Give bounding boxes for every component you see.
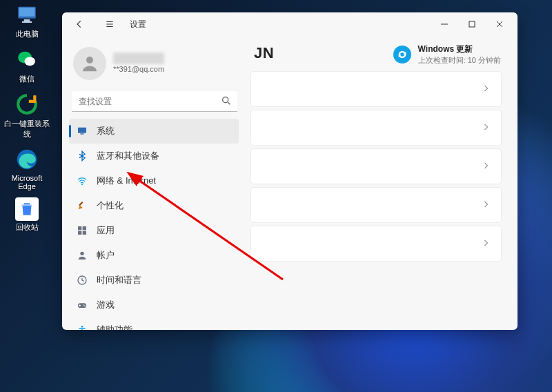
sidebar-item-gaming[interactable]: 游戏 — [69, 293, 239, 317]
wechat-icon — [14, 46, 40, 72]
maximize-button[interactable] — [458, 14, 486, 35]
svg-point-11 — [223, 97, 228, 103]
chevron-right-icon — [482, 199, 490, 211]
svg-rect-2 — [24, 19, 30, 21]
desktop-icon-wechat[interactable]: 微信 — [3, 46, 51, 84]
account-email: **391@qq.com — [113, 64, 164, 74]
svg-rect-3 — [22, 21, 32, 23]
sidebar-item-accessibility[interactable]: 辅助功能 — [69, 317, 239, 330]
svg-rect-18 — [78, 231, 81, 235]
settings-row[interactable] — [251, 188, 501, 222]
sidebar-item-label: 应用 — [97, 224, 115, 237]
sidebar-item-label: 时间和语言 — [97, 274, 141, 286]
accessibility-icon — [76, 324, 88, 330]
bluetooth-icon — [76, 150, 88, 162]
sidebar: ████ **391@qq.com 系统蓝牙和其他设备网络 & Internet… — [62, 36, 247, 330]
desktop-icon-label: Microsoft Edge — [3, 174, 51, 190]
windows-update-card[interactable]: Windows 更新 上次检查时间: 10 分钟前 — [393, 44, 501, 65]
sidebar-item-account[interactable]: 帐户 — [69, 243, 239, 268]
account-name: ████ — [113, 52, 164, 64]
menu-button[interactable] — [99, 14, 120, 35]
svg-rect-1 — [19, 8, 35, 17]
svg-rect-13 — [80, 133, 83, 134]
sidebar-item-label: 辅助功能 — [97, 324, 132, 330]
svg-point-24 — [84, 306, 86, 307]
chevron-right-icon — [482, 83, 490, 95]
app-title: 设置 — [130, 19, 146, 30]
recycle-bin-icon — [15, 197, 39, 221]
chevron-right-icon — [482, 237, 490, 250]
svg-rect-15 — [79, 202, 83, 206]
svg-rect-7 — [24, 203, 30, 204]
desktop-icon-label: 回收站 — [16, 222, 39, 233]
reinstall-icon — [14, 91, 40, 117]
edge-icon — [14, 146, 40, 173]
settings-row[interactable] — [251, 110, 501, 145]
sidebar-item-time[interactable]: 时间和语言 — [69, 268, 239, 293]
desktop-icon-label: 此电脑 — [16, 29, 39, 39]
chevron-right-icon — [482, 121, 490, 134]
svg-point-25 — [81, 326, 83, 328]
svg-point-20 — [80, 252, 83, 255]
search-input[interactable] — [72, 91, 237, 112]
content: JN Windows 更新 上次检查时间: 10 分钟前 — [247, 36, 518, 330]
page-title: JN — [254, 44, 274, 62]
svg-rect-16 — [78, 226, 81, 230]
svg-point-5 — [24, 57, 35, 66]
settings-rows — [247, 72, 511, 261]
time-icon — [76, 274, 88, 286]
nav-list: 系统蓝牙和其他设备网络 & Internet个性化应用帐户时间和语言游戏辅助功能 — [69, 119, 240, 330]
sidebar-item-personalize[interactable]: 个性化 — [69, 193, 239, 218]
svg-point-23 — [83, 304, 85, 306]
avatar — [73, 47, 106, 80]
sidebar-item-label: 游戏 — [97, 299, 115, 311]
sidebar-item-label: 系统 — [97, 125, 115, 137]
account-icon — [76, 249, 88, 262]
desktop-icon-label: 微信 — [19, 74, 34, 84]
desktop-icon-reinstall[interactable]: 白一键重装系统 — [3, 91, 51, 139]
svg-point-10 — [86, 57, 93, 63]
sidebar-item-bluetooth[interactable]: 蓝牙和其他设备 — [69, 144, 239, 168]
svg-point-14 — [81, 184, 83, 185]
desktop-icons: 此电脑 微信 白一键重装系统 Microsoft Edge 回收站 — [3, 1, 51, 239]
settings-row[interactable] — [251, 226, 501, 261]
desktop-icon-label: 白一键重装系统 — [3, 119, 51, 139]
settings-row[interactable] — [251, 72, 501, 106]
apps-icon — [76, 224, 88, 237]
gaming-icon — [76, 299, 88, 311]
search-icon — [221, 95, 232, 109]
desktop-icon-recycle-bin[interactable]: 回收站 — [3, 197, 51, 233]
svg-rect-17 — [83, 226, 86, 230]
svg-rect-8 — [21, 205, 32, 206]
svg-rect-9 — [469, 21, 475, 27]
back-button[interactable] — [69, 14, 90, 35]
sidebar-item-label: 帐户 — [97, 249, 115, 262]
close-button[interactable] — [486, 14, 513, 35]
desktop: 此电脑 微信 白一键重装系统 Microsoft Edge 回收站 — [0, 0, 552, 392]
account-block[interactable]: ████ **391@qq.com — [69, 40, 240, 90]
settings-row[interactable] — [251, 149, 501, 184]
windows-update-title: Windows 更新 — [418, 44, 501, 55]
sync-icon — [393, 46, 411, 63]
desktop-icon-edge[interactable]: Microsoft Edge — [3, 146, 51, 190]
minimize-button[interactable] — [431, 14, 458, 35]
sidebar-item-label: 个性化 — [97, 199, 124, 212]
sidebar-item-wifi[interactable]: 网络 & Internet — [69, 168, 239, 193]
wifi-icon — [76, 175, 88, 187]
titlebar: 设置 — [62, 12, 518, 36]
sidebar-item-label: 网络 & Internet — [97, 175, 156, 187]
svg-rect-12 — [78, 128, 86, 133]
pc-icon — [14, 1, 40, 28]
svg-rect-19 — [83, 231, 86, 235]
search-box[interactable] — [72, 91, 237, 112]
system-icon — [76, 125, 88, 137]
chevron-right-icon — [482, 160, 490, 173]
settings-window: 设置 ████ — [62, 12, 518, 330]
desktop-icon-this-pc[interactable]: 此电脑 — [3, 1, 51, 39]
sidebar-item-label: 蓝牙和其他设备 — [97, 150, 159, 162]
sidebar-item-system[interactable]: 系统 — [69, 119, 239, 144]
windows-update-subtitle: 上次检查时间: 10 分钟前 — [418, 55, 501, 65]
sidebar-item-apps[interactable]: 应用 — [69, 218, 239, 243]
personalize-icon — [76, 199, 88, 212]
